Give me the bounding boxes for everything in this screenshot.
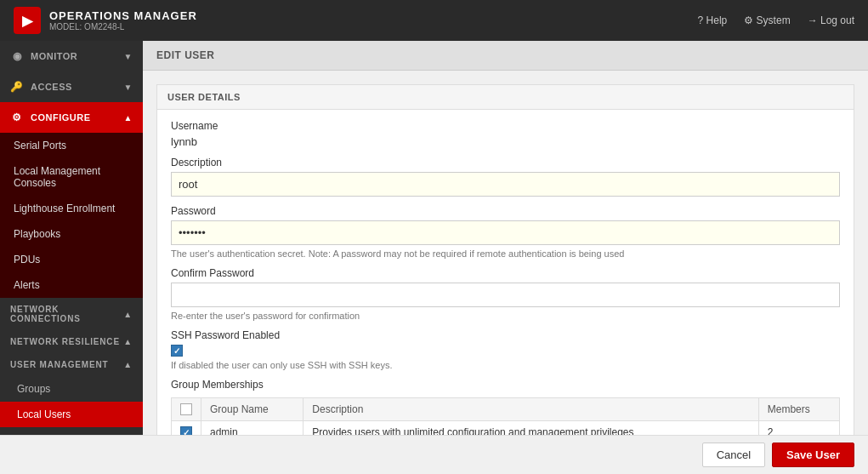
- configure-icon: ⚙: [10, 111, 24, 124]
- password-hint: The user's authentication secret. Note: …: [171, 248, 840, 259]
- row-1-description: Provides users with unlimited configurat…: [304, 421, 758, 436]
- chevron-monitor: ▼: [124, 52, 133, 61]
- sidebar-item-alerts[interactable]: Alerts: [0, 272, 143, 298]
- group-memberships-label: Group Memberships: [171, 379, 840, 391]
- access-icon: 🔑: [10, 80, 24, 94]
- sidebar-item-remote-auth[interactable]: Remote Authentication: [0, 427, 143, 435]
- group-memberships-table: Group Name Description Members admin: [171, 397, 840, 435]
- app-logo: ▶: [14, 7, 41, 34]
- col-members: Members: [758, 398, 839, 421]
- logo-text: ▶: [22, 13, 32, 29]
- breadcrumb: EDIT USER: [143, 41, 868, 71]
- sidebar-header-access[interactable]: 🔑 ACCESS ▼: [0, 71, 143, 102]
- sidebar-label-access: ACCESS: [31, 82, 72, 92]
- confirm-password-hint: Re-enter the user's password for confirm…: [171, 311, 840, 321]
- app-header: ▶ OPERATIONS MANAGER MODEL: OM2248-L ? H…: [0, 0, 868, 41]
- sidebar-label-user-management: USER MANAGEMENT: [10, 360, 108, 369]
- chevron-configure: ▲: [124, 113, 133, 123]
- sidebar-label-network-resilience: NETWORK RESILIENCE: [10, 337, 120, 346]
- footer-bar: Cancel Save User: [0, 435, 868, 474]
- ssh-password-checkbox[interactable]: [171, 345, 183, 357]
- section-body: Username lynnb Description Password The …: [157, 110, 854, 435]
- app-title: OPERATIONS MANAGER: [49, 9, 197, 22]
- sidebar-section-configure: ⚙ CONFIGURE ▲ Serial Ports Local Managem…: [0, 102, 143, 298]
- sidebar-label-monitor: MONITOR: [31, 51, 77, 61]
- sidebar-item-lighthouse[interactable]: Lighthouse Enrollment: [0, 196, 143, 221]
- header-nav: ? Help ⚙ System → Log out: [698, 14, 854, 26]
- confirm-password-input[interactable]: [171, 283, 840, 307]
- logout-link[interactable]: → Log out: [808, 14, 854, 26]
- sidebar: ◉ MONITOR ▼ 🔑 ACCESS ▼ ⚙ CONFIGURE: [0, 41, 143, 435]
- password-label: Password: [171, 205, 840, 217]
- user-details-section: USER DETAILS Username lynnb Description …: [156, 84, 854, 435]
- app-title-block: OPERATIONS MANAGER MODEL: OM2248-L: [49, 9, 197, 31]
- sidebar-header-monitor[interactable]: ◉ MONITOR ▼: [0, 41, 143, 71]
- ssh-password-checkbox-wrapper: [171, 345, 840, 357]
- app-subtitle: MODEL: OM2248-L: [49, 22, 197, 31]
- configure-items: Serial Ports Local Management Consoles L…: [0, 133, 143, 298]
- password-input[interactable]: [171, 220, 840, 245]
- chevron-user-management: ▲: [123, 360, 133, 369]
- confirm-password-label: Confirm Password: [171, 267, 840, 279]
- cancel-button[interactable]: Cancel: [702, 443, 765, 467]
- row-1-checkbox[interactable]: [180, 426, 192, 435]
- sidebar-item-serial-ports[interactable]: Serial Ports: [0, 133, 143, 158]
- sidebar-section-monitor: ◉ MONITOR ▼: [0, 41, 143, 71]
- sidebar-header-user-management[interactable]: USER MANAGEMENT ▲: [0, 353, 143, 376]
- username-label: Username: [171, 120, 840, 132]
- table-row: admin Provides users with unlimited conf…: [172, 421, 840, 436]
- row-checkbox-cell-1: [172, 421, 201, 436]
- monitor-icon: ◉: [10, 49, 24, 63]
- username-value: lynnb: [171, 135, 840, 148]
- save-button[interactable]: Save User: [772, 443, 854, 467]
- section-title: USER DETAILS: [157, 85, 854, 110]
- row-1-members: 2: [758, 421, 839, 436]
- sidebar-header-network-connections[interactable]: NETWORK CONNECTIONS ▲: [0, 298, 143, 330]
- user-management-items: Groups Local Users Remote Authentication: [0, 376, 143, 435]
- description-input[interactable]: [171, 172, 840, 197]
- ssh-password-label: SSH Password Enabled: [171, 329, 840, 341]
- sidebar-item-local-users[interactable]: Local Users: [0, 402, 143, 427]
- sidebar-header-configure[interactable]: ⚙ CONFIGURE ▲: [0, 102, 143, 133]
- col-group-name: Group Name: [201, 398, 304, 421]
- ssh-password-hint: If disabled the user can only use SSH wi…: [171, 360, 840, 370]
- col-description: Description: [304, 398, 758, 421]
- row-1-group-name: admin: [201, 421, 304, 436]
- content-body: USER DETAILS Username lynnb Description …: [143, 71, 868, 435]
- sidebar-header-network-resilience[interactable]: NETWORK RESILIENCE ▲: [0, 330, 143, 353]
- select-all-checkbox[interactable]: [180, 403, 192, 415]
- system-link[interactable]: ⚙ System: [744, 14, 790, 26]
- chevron-network-resilience: ▲: [123, 337, 133, 346]
- sidebar-label-configure: CONFIGURE: [31, 112, 91, 123]
- chevron-access: ▼: [124, 83, 133, 92]
- sidebar-item-pdus[interactable]: PDUs: [0, 247, 143, 272]
- main-layout: ◉ MONITOR ▼ 🔑 ACCESS ▼ ⚙ CONFIGURE: [0, 41, 868, 435]
- sidebar-section-access: 🔑 ACCESS ▼: [0, 71, 143, 102]
- sidebar-item-local-mgmt[interactable]: Local Management Consoles: [0, 158, 143, 196]
- sidebar-item-playbooks[interactable]: Playbooks: [0, 221, 143, 247]
- description-label: Description: [171, 157, 840, 168]
- sidebar-label-network-connections: NETWORK CONNECTIONS: [10, 305, 123, 323]
- content-area: EDIT USER USER DETAILS Username lynnb De…: [143, 41, 868, 435]
- chevron-network-connections: ▲: [123, 310, 133, 319]
- col-checkbox: [172, 398, 201, 421]
- sidebar-item-groups[interactable]: Groups: [0, 376, 143, 402]
- help-link[interactable]: ? Help: [698, 14, 728, 26]
